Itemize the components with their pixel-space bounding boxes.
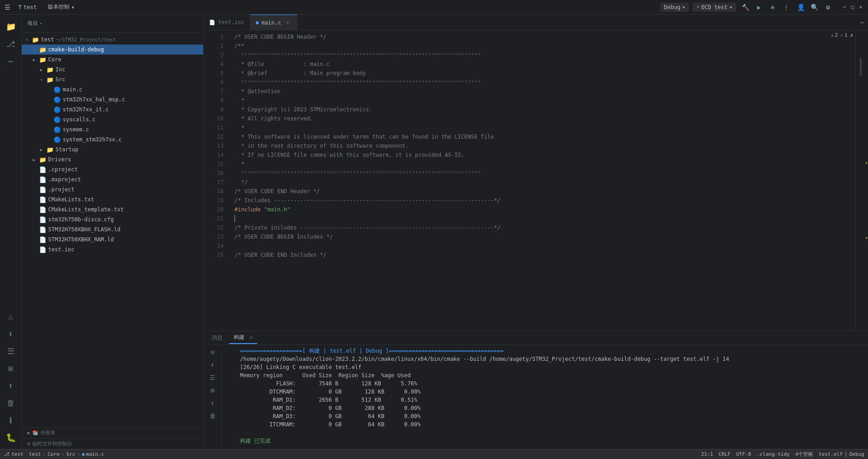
code-line-17[interactable]: */ — [227, 178, 855, 187]
code-line-20[interactable]: #include "main.h" — [227, 205, 855, 214]
breadcrumb-core[interactable]: Core — [48, 451, 60, 457]
sidebar-item-mxproject[interactable]: 📄 .mxproject — [22, 175, 203, 185]
version-control-menu[interactable]: 版本控制 ▾ — [44, 2, 78, 12]
code-line-14[interactable]: * If no LICENSE file comes with this sof… — [227, 150, 855, 160]
panel-btn-4[interactable]: ⊞ — [207, 385, 218, 396]
sidebar-item-main-c[interactable]: 🔵 main.c — [22, 85, 203, 95]
sidebar-item-test-root[interactable]: ▾ 📁 test ~/STM32_Project/test — [22, 35, 203, 45]
search-icon[interactable]: 🔍 — [809, 2, 820, 13]
activity-more[interactable]: ⋯ — [3, 53, 19, 69]
tab-test-ioc[interactable]: 📄 test.ioc — [204, 15, 250, 30]
activity-grid[interactable]: ⊞ — [3, 360, 19, 376]
code-line-7[interactable]: * @attention — [227, 87, 855, 96]
tab-build[interactable]: 构建 ✕ — [229, 332, 257, 344]
activity-trash[interactable]: 🗑 — [3, 394, 19, 411]
panel-btn-5[interactable]: ⬆ — [207, 398, 218, 409]
activity-down[interactable]: ⬇ — [3, 325, 19, 342]
minimize-button[interactable]: ─ — [841, 4, 848, 11]
code-line-22[interactable]: /* Private includes --------------------… — [227, 223, 855, 232]
code-line-5[interactable]: * @brief : Main program body — [227, 69, 855, 78]
encoding-status[interactable]: UTF-8 — [736, 451, 751, 458]
tab-main-c[interactable]: ● main.c ✕ — [250, 15, 297, 30]
code-line-21[interactable] — [227, 214, 855, 223]
hamburger-icon[interactable]: ☰ — [4, 4, 11, 11]
code-line-13[interactable]: * in the root directory of this software… — [227, 141, 855, 150]
code-line-8[interactable]: * — [227, 96, 855, 105]
sidebar-item-test-ioc[interactable]: 📄 test.ioc — [22, 244, 203, 254]
sidebar-item-core[interactable]: ▶ 📁 Core — [22, 55, 203, 65]
activity-list[interactable]: ☰ — [3, 343, 19, 359]
code-line-18[interactable]: /* USER CODE END Header */ — [227, 187, 855, 196]
temp-files-item[interactable]: ≡ 临时文件和控制台 — [22, 438, 203, 449]
minimap-scrollbar[interactable] — [855, 30, 862, 331]
code-line-2[interactable]: /** — [227, 41, 855, 50]
code-line-4[interactable]: * @file : main.c — [227, 60, 855, 69]
coverage-icon[interactable]: ☘ — [767, 2, 778, 13]
code-line-16[interactable]: ****************************************… — [227, 169, 855, 178]
panel-btn-1[interactable]: ⊟ — [207, 347, 218, 358]
panel-btn-2[interactable]: ⬇ — [207, 359, 218, 370]
code-line-1[interactable]: /* USER CODE BEGIN Header */ — [227, 32, 855, 41]
cursor-position-status[interactable]: 21:1 — [701, 451, 713, 458]
activity-info[interactable]: ℹ — [3, 412, 19, 428]
build-icon[interactable]: 🔨 — [740, 2, 751, 13]
activity-warnings[interactable]: ⚠ — [3, 308, 19, 324]
maximize-button[interactable]: □ — [849, 4, 856, 11]
breadcrumb-src[interactable]: Src — [66, 451, 75, 457]
code-line-11[interactable]: * — [227, 123, 855, 132]
external-libs-item[interactable]: ▶ 📚 外部库 — [22, 427, 203, 438]
sidebar-item-sysmem-c[interactable]: 🔵 sysmem.c — [22, 125, 203, 135]
sidebar-item-stm32h750b-disco-cfg[interactable]: 📄 stm32h750b-disco.cfg — [22, 215, 203, 225]
code-line-12[interactable]: * This software is licensed under terms … — [227, 132, 855, 141]
main-c-tab-close[interactable]: ✕ — [284, 19, 291, 26]
activity-explorer[interactable]: 📁 — [3, 18, 19, 35]
sidebar-item-stm32h750xbhx-ram-ld[interactable]: 📄 STM32H750XBHX_RAM.ld — [22, 234, 203, 244]
code-line-19[interactable]: /* Includes ----------------------------… — [227, 196, 855, 205]
activity-upload[interactable]: ⬆ — [3, 377, 19, 394]
sidebar-item-cproject[interactable]: 📄 .cproject — [22, 165, 203, 175]
activity-git[interactable]: ⎇ — [3, 35, 19, 52]
settings-icon[interactable]: ⚙ — [823, 2, 833, 13]
code-line-3[interactable]: ****************************************… — [227, 50, 855, 60]
code-line-23[interactable]: /* USER CODE BEGIN Includes */ — [227, 232, 855, 241]
breadcrumb-file[interactable]: ● main.c — [82, 451, 104, 457]
sidebar-item-cmakelists-template-txt[interactable]: 📄 CMakeLists_template.txt — [22, 205, 203, 215]
code-line-25[interactable]: /* USER CODE END Includes */ — [227, 250, 855, 259]
tab-messages[interactable]: 消息 — [207, 332, 227, 344]
sidebar-item-stm32h7xx_hal_msp-c[interactable]: 🔵 stm32h7xx_hal_msp.c — [22, 95, 203, 105]
sidebar-item-cmakelists-txt[interactable]: 📄 CMakeLists.txt — [22, 195, 203, 205]
code-line-6[interactable]: ****************************************… — [227, 78, 855, 87]
sidebar-item-system-stm32h7xx-c[interactable]: 🔵 system_stm32h7xx.c — [22, 135, 203, 145]
debug-dropdown[interactable]: Debug ▾ — [660, 3, 689, 12]
run-icon[interactable]: ▶ — [753, 2, 764, 13]
more-actions-icon[interactable]: ⋮ — [781, 2, 792, 13]
activity-debug[interactable]: 🐛 — [3, 429, 19, 445]
code-line-15[interactable]: * — [227, 160, 855, 169]
ocd-test-dropdown[interactable]: ⚡ OCD test ▾ — [693, 3, 736, 12]
linter-status[interactable]: .clang-tidy — [757, 451, 790, 458]
code-line-10[interactable]: * All rights reserved. — [227, 114, 855, 123]
sidebar-item-syscalls-c[interactable]: 🔵 syscalls.c — [22, 115, 203, 125]
sidebar-item-stm32h750xbhx-flash-ld[interactable]: 📄 STM32H750XBHX_FLASH.ld — [22, 225, 203, 234]
sidebar-item-stm32h7xx_it-c[interactable]: 🔵 stm32h7xx_it.c — [22, 105, 203, 115]
sidebar-item-project[interactable]: 📄 .project — [22, 185, 203, 195]
code-area[interactable]: /* USER CODE BEGIN Header *//** ********… — [227, 30, 855, 331]
code-line-9[interactable]: * Copyright (c) 2023 STMicroelectronics. — [227, 105, 855, 114]
code-line-24[interactable] — [227, 241, 855, 250]
profile-icon[interactable]: 👤 — [795, 2, 806, 13]
profile-status[interactable]: test.elf | Debug — [818, 451, 864, 458]
tab-overflow-icon[interactable]: ⋯ — [856, 18, 868, 27]
line-ending-status[interactable]: CRLF — [718, 451, 731, 458]
panel-btn-6[interactable]: 🗑 — [207, 410, 218, 421]
sidebar-item-inc[interactable]: ▶ 📁 Inc — [22, 65, 203, 75]
sidebar-item-src[interactable]: ▾ 📁 Src — [22, 75, 203, 85]
breadcrumb-root[interactable]: test — [29, 451, 41, 457]
git-branch-status[interactable]: ⎇ test — [4, 451, 24, 457]
build-tab-close[interactable]: ✕ — [249, 334, 253, 340]
panel-btn-3[interactable]: ☰ — [207, 372, 218, 383]
sidebar-item-startup[interactable]: ▶ 📁 Startup — [22, 145, 203, 155]
close-button[interactable]: ✕ — [857, 4, 864, 11]
sidebar-item-drivers[interactable]: ▶ 📁 Drivers — [22, 155, 203, 165]
indent-status[interactable]: 4个空格 — [795, 451, 813, 458]
sidebar-item-cmake-build-debug[interactable]: ▾ 📁 cmake-build-debug — [22, 45, 203, 55]
